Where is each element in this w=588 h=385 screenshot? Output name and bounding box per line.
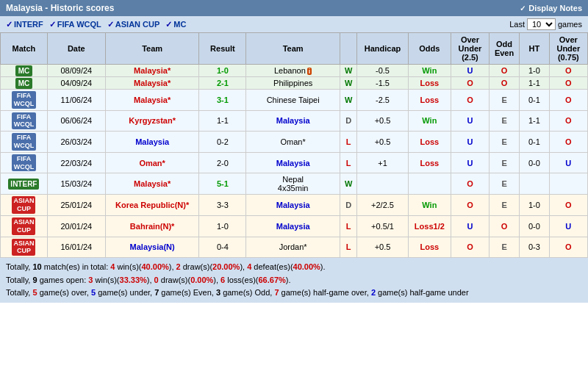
filter-asian-cup[interactable]: ✓ ASIAN CUP (107, 20, 160, 29)
cell-oddeven: E (490, 152, 520, 173)
cell-result: 3-1 (199, 90, 246, 111)
cell-badge: ASIANCUP (1, 195, 48, 216)
team2-name: Malaysia (276, 159, 310, 168)
cell-team2: Philippines (246, 77, 340, 90)
cell-team1: Malaysia* (105, 90, 199, 111)
cell-team2: Lebanoni (246, 65, 340, 77)
odds: Win (422, 66, 437, 75)
cell-oddeven: E (490, 173, 520, 195)
team1-name: Malaysia (135, 137, 169, 146)
cell-badge: FIFAWCQL (1, 152, 48, 173)
display-notes-section: ✓ Display Notes (520, 4, 582, 12)
summary-line2: Totally, 9 games open: 3 win(s)(33.33%),… (6, 274, 582, 287)
cell-handicap: +0.5 (357, 237, 409, 258)
cell-odds: Loss1/2 (408, 215, 451, 237)
cell-ou075: O (549, 195, 587, 216)
result: 0-2 (217, 137, 229, 146)
team1-name: Bahrain(N)* (130, 222, 175, 231)
cell-ou25: O (451, 90, 489, 111)
summary-line1: Totally, 10 match(es) in total: 4 win(s)… (6, 261, 582, 274)
cell-team1: Korea Republic(N)* (105, 195, 199, 216)
interf-label: INTERF (14, 20, 43, 29)
team2-name: Chinese Taipei (267, 96, 320, 104)
badge-asian: ASIANCUP (12, 196, 35, 214)
cell-oddeven: O (490, 65, 520, 77)
team2-name: Malaysia (276, 116, 310, 125)
cell-ht: 0-0 (520, 152, 550, 173)
table-row: MC 08/09/24 Malaysia* 1-0 Lebanoni W -0.… (1, 65, 588, 77)
cell-date: 25/01/24 (47, 195, 105, 216)
fifa-label: FIFA WCQL (57, 20, 101, 29)
cell-ou075: O (549, 90, 587, 111)
odds: Win (422, 116, 437, 125)
filter-fifa[interactable]: ✓ FIFA WCQL (49, 20, 101, 29)
cell-ou075: O (549, 110, 587, 132)
cell-ou25: O (451, 195, 489, 216)
team2-name: Philippines (273, 79, 312, 87)
cell-result: 5-1 (199, 173, 246, 195)
team2-name: Nepal4x35min (278, 175, 309, 192)
cell-ou075: O (549, 65, 587, 77)
cell-badge: FIFAWCQL (1, 90, 48, 111)
cell-date: 04/09/24 (47, 77, 105, 90)
result: 5-1 (217, 179, 229, 188)
cell-ou075: O (549, 77, 587, 90)
cell-ht: 0-0 (520, 215, 550, 237)
th-odds: Odds (408, 33, 451, 65)
cell-ou25: O (451, 77, 489, 90)
th-oddeven: OddEven (490, 33, 520, 65)
summary-line3: Totally, 5 game(s) over, 5 game(s) under… (6, 287, 582, 300)
badge-mc: MC (15, 78, 33, 89)
team1-name: Malaysia* (134, 79, 171, 87)
badge-fifa: FIFAWCQL (12, 91, 37, 109)
cell-date: 20/01/24 (47, 215, 105, 237)
page-header: Malaysia - Historic scores ✓ Display Not… (0, 0, 588, 16)
cell-handicap: -1.5 (357, 77, 409, 90)
cell-wdl: D (340, 110, 357, 132)
cell-result: 0-4 (199, 237, 246, 258)
cell-ou25: O (451, 173, 489, 195)
filter-interf[interactable]: ✓ INTERF (6, 20, 43, 29)
cell-wdl: D (340, 195, 357, 216)
cell-result: 2-1 (199, 77, 246, 90)
cell-date: 22/03/24 (47, 152, 105, 173)
cell-badge: FIFAWCQL (1, 110, 48, 132)
cell-team1: Malaysia (105, 132, 199, 153)
filter-mc[interactable]: ✓ MC (165, 20, 186, 29)
table-row: MC 04/09/24 Malaysia* 2-1 Philippines W … (1, 77, 588, 90)
cell-handicap (357, 173, 409, 195)
cell-team1: Malaysia* (105, 65, 199, 77)
cell-team2: Malaysia (246, 215, 340, 237)
cell-odds: Loss (408, 132, 451, 153)
table-row: ASIANCUP 20/01/24 Bahrain(N)* 1-0 Malays… (1, 215, 588, 237)
cell-wdl: L (340, 215, 357, 237)
cell-oddeven: E (490, 195, 520, 216)
cell-team2: Chinese Taipei (246, 90, 340, 111)
cell-odds: Win (408, 195, 451, 216)
fifa-check: ✓ (49, 20, 56, 29)
cell-date: 26/03/24 (47, 132, 105, 153)
asian-label: ASIAN CUP (115, 20, 160, 29)
result: 3-1 (217, 96, 229, 104)
cell-team1: Malaysia* (105, 77, 199, 90)
result: 2-1 (217, 79, 229, 87)
cell-team2: Nepal4x35min (246, 173, 340, 195)
cell-ht: 0-1 (520, 132, 550, 153)
cell-handicap: +0.5 (357, 132, 409, 153)
cell-wdl: L (340, 152, 357, 173)
badge-fifa: FIFAWCQL (12, 112, 37, 130)
cell-oddeven: O (490, 215, 520, 237)
cell-result: 1-0 (199, 215, 246, 237)
last-games-select[interactable]: 10 5 15 20 (527, 18, 556, 30)
team2-name: Oman* (281, 137, 306, 146)
cell-ou25: U (451, 215, 489, 237)
badge-fifa: FIFAWCQL (12, 133, 37, 151)
th-wdl (340, 33, 357, 65)
cell-ou075: U (549, 215, 587, 237)
team1-name: Malaysia(N) (130, 242, 175, 251)
badge-interf: INTERF (8, 179, 39, 190)
cell-handicap: +2/2.5 (357, 195, 409, 216)
th-ou25: Over Under(2.5) (451, 33, 489, 65)
cell-team1: Oman* (105, 152, 199, 173)
cell-wdl: W (340, 90, 357, 111)
